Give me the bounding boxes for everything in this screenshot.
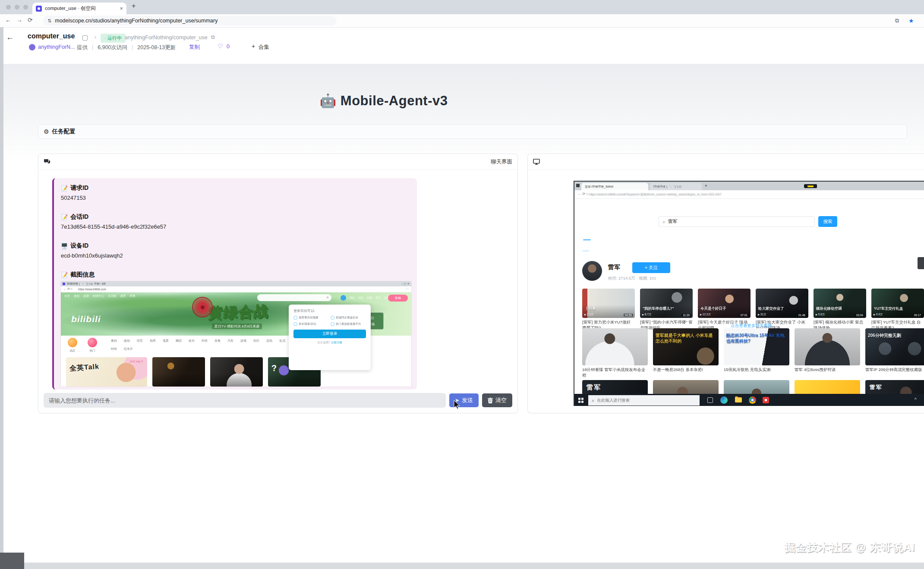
mini-category-item: 国创 — [124, 339, 130, 343]
video-title[interactable]: 雷军IP 206分钟高清完整收藏版 — [865, 367, 924, 378]
chrome-icon[interactable] — [749, 396, 756, 404]
breadcrumb[interactable]: anythingForNothing/computer_use — [125, 35, 208, 41]
video-card[interactable]: 雷军就是干大事的人 小米车是怎么抢不到的 不是一晚抢268台 基本靠抢! 9.2… — [653, 328, 719, 384]
browser-tab[interactable]: computer_use · 创空间 × — [32, 3, 126, 14]
collection-button[interactable]: 合集 — [259, 44, 269, 51]
sort-chip[interactable] — [595, 250, 602, 252]
video-card[interactable]: 雷军 4位Boss围炉对谈 6.5万 · 08-07 — [795, 328, 860, 384]
duration-badge: 03:04 — [855, 314, 864, 317]
bookmark-star-icon[interactable]: ★ — [908, 17, 914, 24]
video-thumbnail[interactable]: 给大家交作业了 31万 01:46 — [756, 289, 808, 318]
video-card[interactable]: 酷态科30号Ultra 15号Air 充电也有黑科技? 15倍风冷散热 充电头实… — [724, 328, 789, 384]
sort-chip[interactable] — [621, 250, 628, 252]
back-icon[interactable]: ← — [5, 16, 11, 23]
site-settings-icon[interactable]: ⇅ — [47, 18, 51, 24]
remote-side-widget[interactable] — [918, 257, 924, 269]
task-config-accordion[interactable]: ⚙ 任务配置 — [38, 124, 907, 139]
remote-search-button[interactable]: 搜索 — [818, 216, 837, 227]
chat-panel-header: 聊天界面 — [38, 154, 517, 170]
mini-category-item: 美食 — [214, 339, 221, 343]
video-thumbnail[interactable]: 雷军 — [582, 380, 648, 394]
remote-url-bar[interactable]: ← ⟳ ⌂ https://search.bilibili.com/all?ke… — [574, 190, 924, 199]
session-id-value: 7e13d654-8155-415d-a946-e9c2f32e6e57 — [61, 223, 410, 231]
side-panel-icon[interactable]: ⧉ — [895, 17, 899, 24]
view-count: 5.6万 — [816, 313, 825, 317]
chat-input-bar: ➤ 发送 清空 — [44, 393, 512, 408]
video-title[interactable]: 18分钟看懂 雷军小米战报发布会全程 — [582, 367, 648, 378]
video-title[interactable]: 雷军 4位Boss围炉对谈 — [795, 367, 860, 378]
red-app-icon[interactable] — [763, 397, 769, 403]
mini-category-item: 舞蹈 — [176, 339, 182, 343]
video-thumbnail[interactable]: 丨分享 2.1万 04:55 — [582, 289, 635, 318]
remote-tab-active[interactable]: 雷军-哔哩哔哩_Bilibili — [581, 183, 648, 190]
video-thumbnail[interactable]: 今天是个好日子 12.3万 07:01 — [698, 289, 751, 318]
tab-title: computer_use · 创空间 — [45, 5, 117, 12]
like-heart-icon[interactable]: ♡ — [218, 43, 223, 50]
remote-new-tab-icon[interactable]: + — [705, 183, 707, 188]
windows-start-icon[interactable] — [578, 398, 583, 403]
mini-login-benefit: 热门番剧影视看不停 — [331, 322, 366, 326]
tray-caret-icon[interactable]: ^ — [915, 397, 917, 402]
forward-icon[interactable]: → — [16, 16, 22, 23]
video-thumbnail[interactable]: YU7车主交付礼盒 9.9万 09:17 — [871, 289, 924, 318]
video-title[interactable]: 15倍风冷散热 充电头实测 — [724, 367, 789, 378]
remote-nav-icons[interactable]: ← ⟳ ⌂ — [578, 192, 588, 196]
taskbar-search-box[interactable]: ⌕ 在此输入进行搜索 — [588, 395, 700, 406]
video-thumbnail[interactable] — [795, 380, 860, 394]
video-thumbnail[interactable]: 酷态科30号Ultra 15号Air 充电也有黑科技? — [724, 328, 789, 365]
remote-bilibili-page: ⌕ 雷军 搜索 雷军 + 关注 粉丝: 2714.5万 · 视频: 101 丨分… — [574, 199, 924, 406]
task-input[interactable] — [44, 393, 446, 408]
mini-header-icon-label: 消息 — [350, 296, 355, 300]
video-thumbnail[interactable]: "我的车停在哪儿?" 8.7万 11:29 — [640, 289, 693, 318]
author-avatar[interactable] — [29, 44, 35, 50]
clear-button[interactable]: 清空 — [482, 393, 512, 407]
user-result-card[interactable]: 雷军 + 关注 粉丝: 2714.5万 · 视频: 101 — [582, 261, 798, 285]
video-thumbnail[interactable] — [582, 328, 648, 365]
add-collection-icon[interactable]: + — [252, 43, 255, 50]
traffic-light-close-icon[interactable] — [6, 5, 11, 9]
remote-screen[interactable]: 雷军-哔哩哔哩_Bilibili 哔哩哔哩 (゜-゜)つロ + ← ⟳ ⌂ ht… — [574, 181, 924, 406]
view-count: 9.9万 — [874, 313, 883, 317]
mini-menu-icon: ⋯ — [406, 287, 409, 291]
video-thumbnail[interactable]: 雷军就是干大事的人 小米车是怎么抢不到的 — [653, 328, 719, 365]
sort-chip[interactable] — [634, 250, 641, 252]
video-thumbnail[interactable] — [795, 328, 860, 365]
mini-category-item: 运动 — [266, 339, 272, 343]
video-thumbnail[interactable] — [653, 380, 719, 394]
video-thumbnail[interactable]: 雷军 — [865, 380, 924, 394]
copy-path-icon[interactable]: ⧉ — [211, 34, 215, 40]
page-back-button[interactable]: ← — [6, 33, 14, 42]
robot-emoji-icon: 🤖 — [320, 93, 337, 108]
copy-button[interactable]: 复制 — [189, 44, 200, 51]
video-thumbnail[interactable]: 206分钟完整无删 — [865, 328, 924, 365]
remote-search-input[interactable]: ⌕ 雷军 — [659, 216, 815, 227]
remote-notification-pill — [804, 184, 817, 188]
remote-tab-inactive[interactable]: 哔哩哔哩 (゜-゜)つロ — [650, 183, 702, 190]
reload-icon[interactable]: ⟳ — [28, 16, 33, 23]
traffic-light-zoom-icon[interactable] — [23, 5, 28, 9]
follow-button[interactable]: + 关注 — [632, 262, 670, 273]
folder-icon[interactable] — [735, 397, 742, 402]
task-view-icon[interactable] — [707, 397, 713, 403]
sort-chip[interactable] — [608, 250, 615, 252]
video-thumbnail[interactable]: 模块化移动空调 5.6万 03:04 — [814, 289, 866, 318]
duration-badge: 01:46 — [797, 314, 807, 317]
view-count: 12.3万 — [700, 313, 711, 317]
sort-chip[interactable] — [582, 250, 589, 252]
mini-search-pill — [257, 294, 331, 301]
edge-icon[interactable] — [720, 396, 728, 404]
video-card[interactable]: 206分钟完整无删 雷军IP 206分钟高清完整收藏版 22万 · 08-06 — [865, 328, 924, 384]
device-id-value: ecd-b0mh10x6ujslawqh2 — [61, 252, 410, 260]
video-card[interactable]: 18分钟看懂 雷军小米战报发布会全程 12.8万 · 08-10 — [582, 328, 648, 384]
video-title[interactable]: 不是一晚抢268台 基本靠抢! — [653, 367, 719, 378]
status-badge: · 运行中 — [101, 34, 126, 43]
user-avatar[interactable] — [582, 261, 602, 281]
user-name[interactable]: 雷军 — [608, 264, 620, 271]
video-thumbnail[interactable] — [724, 380, 789, 394]
author-link[interactable]: anythingForN... — [38, 44, 75, 50]
url-bar[interactable]: ⇅ modelscope.cn/studios/anythingForNothi… — [43, 16, 337, 25]
new-tab-button[interactable]: + — [132, 2, 136, 10]
tab-close-icon[interactable]: × — [120, 5, 123, 12]
request-id-value: 50247153 — [61, 195, 410, 202]
traffic-light-minimize-icon[interactable] — [15, 5, 19, 9]
